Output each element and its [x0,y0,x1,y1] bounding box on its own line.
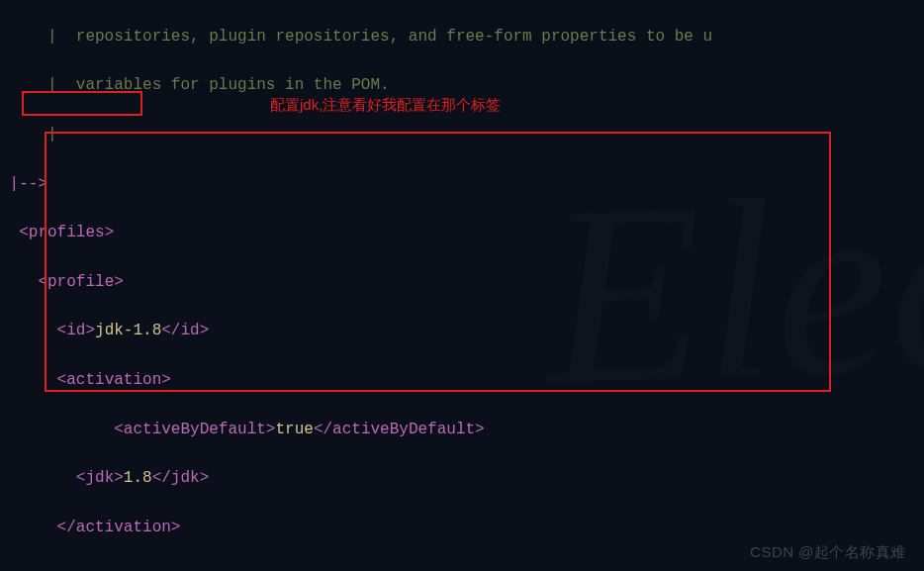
value-jdk18: jdk-1.8 [95,322,161,339]
blank-line [0,567,10,571]
tag-close: > [105,224,115,241]
tag-open: < [0,273,47,291]
comment-line: | [0,126,57,143]
tag-activebydefault: activeByDefault [124,421,266,438]
comment-line: | repositories, plugin repositories, and… [0,28,712,46]
annotation-text: 配置jdk,注意看好我配置在那个标签 [270,93,501,116]
tag-activation: activation [66,371,161,389]
value-18: 1.8 [124,469,152,487]
tag-jdk: jdk [85,469,114,487]
tag-id: id [66,322,85,339]
comment-close: |--> [0,175,47,193]
value-true: true [275,421,313,438]
code-editor-content: | repositories, plugin repositories, and… [0,0,924,571]
comment-line: | variables for plugins in the POM. [0,76,390,94]
tag-profiles: profiles [29,224,105,241]
tag-activation-close: activation [76,519,171,536]
tag-profile: profile [47,273,114,291]
tag-open: < [0,224,29,241]
tag-close: > [114,273,124,291]
csdn-watermark: CSDN @起个名称真难 [750,540,906,563]
